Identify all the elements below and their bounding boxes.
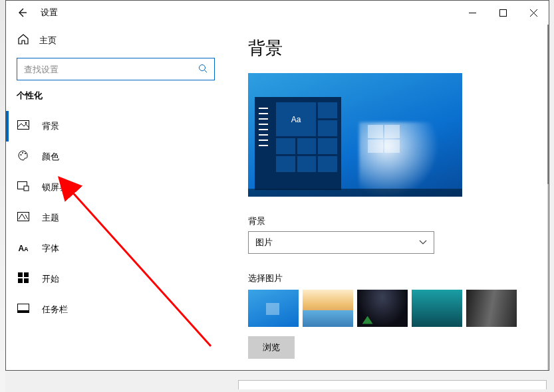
- maximize-icon: [499, 9, 507, 17]
- windows-logo-icon: [368, 125, 400, 153]
- svg-rect-13: [24, 278, 29, 283]
- sidebar-item-label: 字体: [42, 243, 59, 254]
- sidebar-item-label: 主题: [42, 212, 59, 224]
- scrollbar-thumb[interactable]: [547, 25, 549, 184]
- sidebar-item-fonts[interactable]: AA 字体: [6, 233, 225, 264]
- sidebar-item-start[interactable]: 开始: [6, 264, 225, 294]
- svg-point-1: [200, 64, 206, 70]
- thumbnail[interactable]: [466, 290, 517, 327]
- background-dropdown[interactable]: 图片: [248, 231, 434, 254]
- content-pane: 背景 Aa: [225, 25, 549, 370]
- browse-button[interactable]: 浏览: [248, 336, 295, 359]
- svg-rect-12: [18, 278, 23, 283]
- image-thumbnails: [248, 290, 526, 327]
- sidebar: 主页 个性化 背景 颜色: [6, 25, 225, 370]
- sidebar-item-label: 颜色: [42, 151, 59, 163]
- sidebar-item-label: 任务栏: [42, 304, 68, 316]
- svg-point-3: [25, 122, 27, 124]
- dropdown-value: 图片: [255, 237, 273, 248]
- window-title: 设置: [41, 7, 58, 19]
- start-menu-preview: Aa: [255, 97, 341, 190]
- taskbar-icon: [17, 304, 30, 316]
- sidebar-item-colors[interactable]: 颜色: [6, 142, 225, 172]
- sidebar-item-taskbar[interactable]: 任务栏: [6, 294, 225, 325]
- lockscreen-icon: [17, 181, 30, 194]
- thumbnail[interactable]: [412, 290, 462, 327]
- svg-rect-10: [18, 272, 23, 277]
- background-label: 背景: [248, 215, 526, 227]
- sidebar-item-lockscreen[interactable]: 锁屏界面: [6, 172, 225, 203]
- sidebar-item-themes[interactable]: 主题: [6, 203, 225, 233]
- home-label: 主页: [39, 35, 57, 47]
- svg-rect-0: [499, 9, 506, 16]
- svg-rect-2: [18, 121, 29, 130]
- left-window-chrome: [0, 0, 5, 392]
- chevron-down-icon: [419, 238, 427, 247]
- svg-point-4: [21, 154, 22, 155]
- section-title: 个性化: [17, 90, 225, 102]
- page-title: 背景: [248, 37, 526, 60]
- svg-rect-15: [18, 310, 29, 313]
- search-icon: [198, 64, 208, 75]
- window-controls: [457, 2, 549, 23]
- sidebar-item-label: 开始: [42, 273, 59, 285]
- sidebar-item-background[interactable]: 背景: [6, 111, 225, 142]
- close-icon: [530, 9, 537, 17]
- thumbnail[interactable]: [357, 290, 408, 327]
- svg-rect-11: [24, 272, 29, 277]
- svg-point-6: [25, 153, 26, 154]
- settings-window: 设置 主页: [5, 0, 549, 371]
- titlebar: 设置: [6, 1, 549, 25]
- maximize-button[interactable]: [487, 2, 518, 23]
- preview-tile-text: Aa: [276, 102, 316, 136]
- thumbnail[interactable]: [303, 290, 353, 327]
- arrow-left-icon: [17, 7, 27, 18]
- close-button[interactable]: [518, 2, 549, 23]
- minimize-icon: [469, 9, 476, 17]
- sidebar-item-label: 背景: [42, 120, 59, 132]
- search-input[interactable]: [24, 64, 198, 74]
- fonts-icon: AA: [17, 244, 30, 253]
- palette-icon: [17, 149, 30, 164]
- svg-point-5: [22, 152, 23, 153]
- home-button[interactable]: 主页: [6, 27, 225, 54]
- svg-rect-8: [24, 186, 29, 191]
- home-icon: [17, 33, 30, 48]
- minimize-button[interactable]: [457, 2, 487, 23]
- themes-icon: [17, 212, 30, 225]
- choose-image-label: 选择图片: [248, 272, 526, 284]
- background-window-edge: [238, 380, 547, 389]
- start-icon: [17, 272, 30, 286]
- sidebar-item-label: 锁屏界面: [42, 181, 76, 193]
- back-button[interactable]: [13, 3, 31, 22]
- picture-icon: [17, 120, 30, 132]
- search-box[interactable]: [17, 58, 215, 80]
- thumbnail[interactable]: [248, 290, 299, 327]
- desktop-preview: Aa: [248, 73, 462, 197]
